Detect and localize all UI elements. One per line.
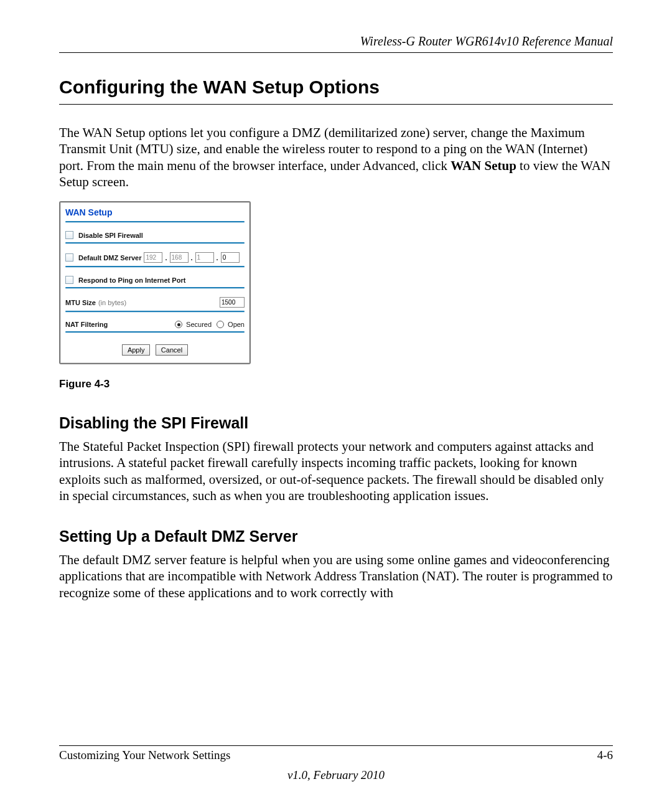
checkbox-icon[interactable] — [65, 276, 73, 284]
divider — [65, 221, 245, 222]
disable-spi-label: Disable SPI Firewall — [78, 232, 143, 239]
mtu-label: MTU Size — [65, 299, 96, 306]
checkbox-icon[interactable] — [65, 231, 73, 239]
mtu-value[interactable]: 1500 — [220, 297, 245, 308]
paragraph-dmz: The default DMZ server feature is helpfu… — [59, 552, 613, 601]
intro-paragraph: The WAN Setup options let you configure … — [59, 125, 613, 190]
row-disable-spi: Disable SPI Firewall — [60, 229, 250, 242]
figure-caption: Figure 4-3 — [59, 378, 613, 390]
row-ping: Respond to Ping on Internet Port — [60, 273, 250, 287]
footer-left: Customizing Your Network Settings — [59, 748, 231, 762]
subheading-spi: Disabling the SPI Firewall — [59, 414, 613, 432]
nat-option-secured: Secured — [186, 321, 212, 328]
screenshot-buttons: Apply Cancel — [60, 339, 250, 363]
dmz-ip-3[interactable]: 1 — [195, 252, 214, 263]
divider — [65, 331, 245, 333]
page-footer: Customizing Your Network Settings 4-6 v1… — [59, 745, 613, 782]
figure-screenshot: WAN Setup Disable SPI Firewall Default D… — [59, 201, 613, 390]
row-mtu: MTU Size (in bytes) 1500 — [60, 295, 250, 311]
footer-right: 4-6 — [597, 748, 613, 762]
dmz-ip-4[interactable]: 0 — [221, 252, 240, 263]
radio-open[interactable] — [217, 321, 224, 328]
section-heading: Configuring the WAN Setup Options — [59, 77, 613, 105]
apply-button[interactable]: Apply — [122, 344, 151, 356]
screenshot-title: WAN Setup — [60, 202, 250, 221]
divider — [65, 266, 245, 267]
intro-bold: WAN Setup — [450, 158, 516, 173]
row-dmz: Default DMZ Server 192 . 168 . 1 . 0 — [60, 250, 250, 266]
nat-option-open: Open — [228, 321, 245, 328]
dot: . — [191, 254, 193, 262]
ping-label: Respond to Ping on Internet Port — [78, 276, 185, 284]
dmz-label: Default DMZ Server — [78, 254, 141, 262]
cancel-button[interactable]: Cancel — [156, 344, 188, 356]
mtu-units: (in bytes) — [98, 299, 126, 306]
dmz-ip-2[interactable]: 168 — [170, 252, 189, 263]
doc-title: Wireless-G Router WGR614v10 Reference Ma… — [360, 34, 613, 48]
checkbox-icon[interactable] — [65, 253, 73, 262]
radio-secured[interactable] — [175, 321, 182, 328]
dmz-ip-1[interactable]: 192 — [144, 252, 162, 263]
wan-setup-screenshot: WAN Setup Disable SPI Firewall Default D… — [59, 201, 251, 364]
subheading-dmz: Setting Up a Default DMZ Server — [59, 527, 613, 545]
paragraph-spi: The Stateful Packet Inspection (SPI) fir… — [59, 438, 613, 504]
nat-label: NAT Filtering — [65, 321, 108, 328]
divider — [65, 242, 245, 243]
footer-version: v1.0, February 2010 — [59, 768, 613, 782]
dot: . — [165, 254, 167, 262]
divider — [65, 287, 245, 288]
page-header: Wireless-G Router WGR614v10 Reference Ma… — [59, 34, 613, 53]
row-nat: NAT Filtering Secured Open — [60, 318, 250, 331]
dot: . — [217, 254, 218, 262]
divider — [65, 311, 245, 312]
